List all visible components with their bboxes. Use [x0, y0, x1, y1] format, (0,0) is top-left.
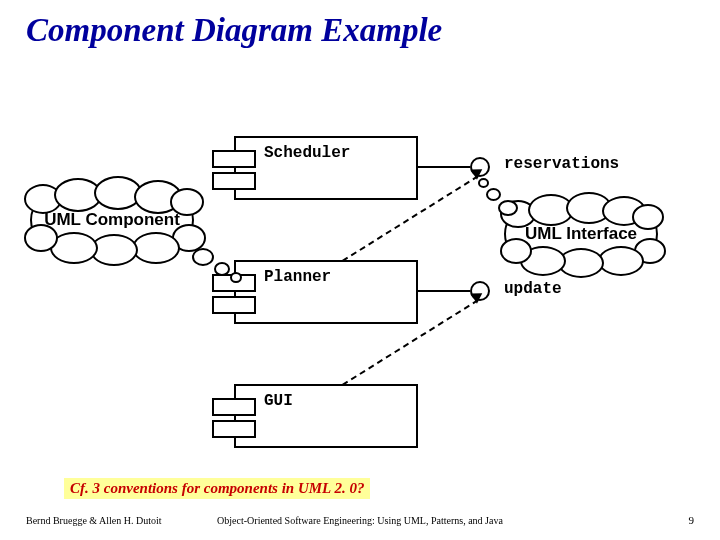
footer-page-number: 9	[689, 514, 695, 526]
component-planner: Planner	[234, 260, 418, 324]
interface-stem	[416, 166, 470, 168]
slide: Component Diagram Example Scheduler rese…	[0, 0, 720, 540]
component-gui: GUI	[234, 384, 418, 448]
component-label: Planner	[264, 268, 331, 286]
callout-uml-component: UML Component	[30, 192, 194, 248]
interface-stem	[416, 290, 470, 292]
interface-label: update	[504, 280, 562, 298]
interface-label: reservations	[504, 155, 619, 173]
callout-uml-interface: UML Interface	[504, 206, 658, 262]
component-label: GUI	[264, 392, 293, 410]
component-scheduler: Scheduler	[234, 136, 418, 200]
slide-title: Component Diagram Example	[26, 12, 442, 49]
footer-book-title: Object-Oriented Software Engineering: Us…	[0, 515, 720, 526]
component-lugs-icon	[212, 150, 236, 194]
component-lugs-icon	[212, 398, 236, 442]
callout-label: UML Component	[32, 194, 192, 246]
footnote-highlight: Cf. 3 conventions for components in UML …	[64, 478, 370, 499]
component-label: Scheduler	[264, 144, 350, 162]
callout-label: UML Interface	[506, 208, 656, 260]
